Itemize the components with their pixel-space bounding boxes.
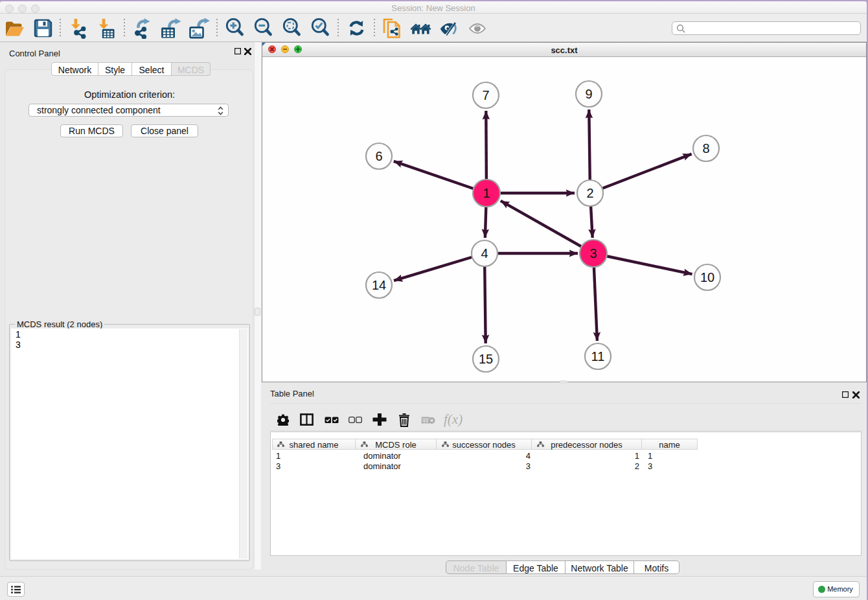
- svg-text:3: 3: [589, 246, 597, 260]
- svg-text:11: 11: [591, 349, 605, 363]
- svg-text:4: 4: [481, 246, 488, 260]
- svg-text:1: 1: [483, 186, 490, 200]
- svg-text:15: 15: [479, 352, 493, 366]
- svg-text:2: 2: [586, 186, 593, 200]
- svg-text:6: 6: [375, 149, 382, 163]
- svg-text:7: 7: [482, 88, 489, 102]
- svg-text:9: 9: [585, 87, 592, 101]
- svg-text:8: 8: [702, 141, 709, 156]
- svg-text:10: 10: [700, 270, 714, 284]
- svg-text:14: 14: [372, 278, 386, 292]
